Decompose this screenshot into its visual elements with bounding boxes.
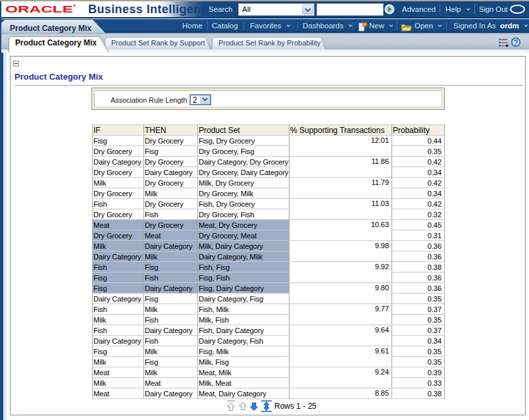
svg-text:ORACLE: ORACLE xyxy=(5,4,73,14)
svg-text:?: ? xyxy=(513,38,518,47)
